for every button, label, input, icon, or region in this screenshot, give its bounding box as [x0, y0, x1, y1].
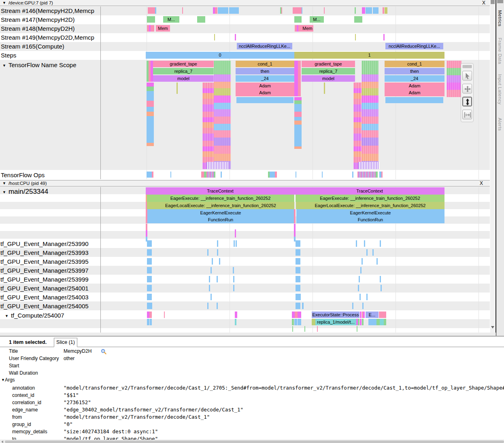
trace-slice[interactable] — [364, 240, 365, 247]
trace-slice[interactable] — [296, 285, 300, 291]
trace-slice[interactable] — [147, 258, 152, 265]
trace-slice[interactable] — [221, 172, 222, 178]
trace-slice-adam[interactable]: Adam — [236, 89, 294, 96]
trace-slice-eager-local-execute[interactable]: EagerLocalExecute: __inference_train_fun… — [296, 202, 444, 209]
trace-slice-eager-execute[interactable]: EagerExecute: __inference_train_function… — [296, 195, 444, 202]
trace-slice-function-run[interactable]: FunctionRun — [296, 216, 444, 223]
trace-slice[interactable] — [302, 7, 302, 14]
trace-slice[interactable] — [383, 7, 384, 14]
trace-slice-cluster[interactable] — [294, 61, 301, 96]
trace-slice[interactable] — [218, 7, 228, 14]
trace-slice-memcpy-d2h[interactable]: Mem — [302, 25, 313, 32]
trace-slice-cluster[interactable] — [147, 83, 154, 161]
trace-slice[interactable] — [380, 319, 384, 325]
trace-slice[interactable] — [212, 258, 213, 265]
trace-slice-then[interactable]: then — [236, 68, 294, 74]
trace-slice[interactable] — [214, 34, 215, 40]
magnifier-icon[interactable] — [101, 349, 106, 356]
collapse-triangle-icon[interactable]: ▼ — [5, 314, 9, 318]
trace-slice[interactable] — [360, 312, 362, 318]
trace-slice[interactable] — [384, 319, 386, 325]
trace-slice[interactable] — [362, 258, 363, 265]
drag-grip-icon[interactable] — [463, 65, 472, 68]
trace-slice-executor[interactable]: E... — [366, 312, 379, 318]
timing-tool-button[interactable] — [462, 110, 472, 119]
trace-slice[interactable] — [292, 319, 294, 325]
trace-slice-memcpy-d2h[interactable]: Mem — [156, 25, 170, 32]
trace-slice-model[interactable]: model — [153, 75, 214, 82]
trace-slice[interactable] — [380, 240, 381, 247]
trace-slice-cluster[interactable] — [206, 162, 229, 169]
trace-slice-cluster[interactable] — [447, 61, 461, 97]
trace-slice[interactable] — [147, 276, 152, 282]
trace-slice[interactable] — [281, 7, 282, 14]
trace-slice[interactable] — [235, 34, 236, 40]
trace-slice[interactable] — [217, 303, 218, 309]
trace-slice[interactable] — [379, 312, 386, 318]
trace-slice[interactable] — [296, 267, 300, 273]
trace-slice[interactable] — [233, 267, 234, 273]
scroll-down-icon[interactable] — [491, 326, 494, 329]
trace-slice[interactable] — [376, 172, 378, 178]
trace-slice[interactable] — [355, 7, 356, 14]
trace-slice[interactable] — [235, 312, 237, 318]
trace-slice[interactable] — [211, 294, 212, 300]
trace-slice[interactable] — [381, 172, 383, 178]
tab-frame-data[interactable]: Frame Data — [498, 38, 502, 64]
trace-slice[interactable] — [146, 224, 147, 230]
trace-slice[interactable] — [383, 34, 385, 40]
trace-slice[interactable] — [362, 7, 365, 14]
trace-slice[interactable] — [293, 7, 302, 14]
trace-slice[interactable] — [229, 7, 239, 14]
trace-slice[interactable] — [292, 312, 295, 318]
trace-slice-cluster[interactable] — [362, 61, 379, 169]
tab-alerts[interactable]: Alerts — [498, 118, 502, 131]
trace-slice[interactable] — [234, 240, 235, 247]
trace-slice[interactable] — [150, 319, 152, 325]
trace-slice-step-0[interactable]: 0 — [146, 52, 294, 59]
trace-slice[interactable] — [359, 294, 361, 300]
trace-slice[interactable] — [215, 7, 217, 14]
args-section-header[interactable]: ▼Args — [1, 377, 15, 383]
trace-slice-24[interactable]: _24 — [236, 75, 294, 82]
trace-slice[interactable] — [296, 294, 301, 300]
trace-slice[interactable] — [294, 209, 296, 223]
trace-slice[interactable] — [235, 229, 236, 237]
trace-slice-cond-1[interactable]: cond_1 — [236, 61, 294, 67]
horizontal-scrollbar[interactable] — [0, 440, 504, 443]
trace-slice[interactable] — [147, 249, 152, 256]
trace-slice[interactable] — [381, 285, 382, 291]
collapse-triangle-icon[interactable]: ▼ — [2, 190, 6, 194]
trace-slice[interactable] — [322, 172, 323, 178]
trace-slice-nccl-all-reduce[interactable]: ncclAllReduceRingLLKe... — [385, 43, 443, 49]
trace-slice[interactable] — [292, 326, 293, 332]
collapse-triangle-icon[interactable]: ▼ — [2, 64, 6, 68]
trace-slice[interactable] — [357, 326, 357, 332]
trace-slice[interactable] — [177, 83, 178, 94]
trace-slice-cluster[interactable] — [214, 61, 231, 169]
trace-slice[interactable] — [366, 294, 368, 300]
trace-slice[interactable] — [356, 240, 357, 247]
trace-slice[interactable] — [149, 312, 152, 318]
trace-slice-gradient-tape[interactable]: gradient_tape — [153, 61, 214, 67]
trace-slice[interactable] — [294, 16, 302, 23]
trace-slice[interactable] — [295, 312, 298, 318]
trace-slice-function-run[interactable]: FunctionRun — [147, 216, 294, 223]
trace-slice[interactable] — [352, 172, 353, 178]
trace-slice-replica-7[interactable]: replica_7 — [302, 68, 355, 74]
trace-slice-cond-1[interactable]: cond_1 — [385, 61, 444, 67]
trace-slice-cluster[interactable] — [357, 172, 376, 178]
trace-slice[interactable] — [324, 7, 325, 14]
trace-slice[interactable] — [296, 172, 296, 178]
trace-slice[interactable] — [324, 83, 325, 94]
trace-slice[interactable] — [148, 7, 155, 14]
trace-slice-adam[interactable]: Adam — [236, 83, 294, 89]
trace-slice[interactable] — [233, 276, 234, 282]
trace-slice[interactable] — [147, 294, 152, 300]
trace-slice-cluster[interactable] — [147, 61, 153, 82]
trace-slice[interactable] — [294, 319, 297, 325]
trace-slice[interactable] — [376, 258, 378, 265]
trace-slice[interactable] — [298, 319, 301, 325]
trace-slice[interactable] — [217, 276, 218, 282]
trace-slice[interactable] — [363, 312, 365, 318]
